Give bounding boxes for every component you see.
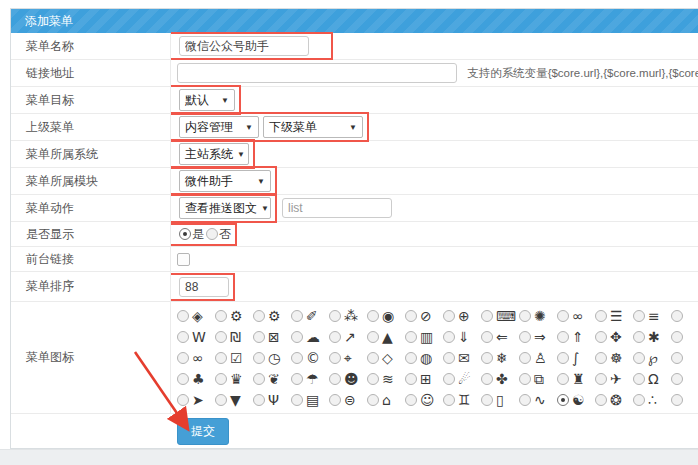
radio-button[interactable]: [443, 310, 455, 322]
icon-option-check-square[interactable]: ☑: [215, 351, 253, 365]
radio-button[interactable]: [595, 352, 607, 364]
menu-action-input[interactable]: [282, 198, 392, 218]
radio-button[interactable]: [405, 352, 417, 364]
icon-option-lightbulb[interactable]: ✺: [519, 309, 557, 323]
parent-menu-select[interactable]: 内容管理 ▼: [179, 116, 259, 138]
icon-option-bell[interactable]: Ω: [633, 372, 671, 386]
radio-button[interactable]: [557, 331, 569, 343]
radio-button[interactable]: [519, 310, 531, 322]
icon-option-fighter-jet[interactable]: ✈: [595, 372, 633, 386]
icon-option-arrow-circle-down[interactable]: ⇓: [443, 330, 481, 344]
menu-action-select[interactable]: 查看推送图文 ▼: [179, 197, 271, 219]
radio-button[interactable]: [481, 352, 493, 364]
menu-system-select[interactable]: 主站系统 ▼: [179, 143, 249, 165]
radio-button[interactable]: [595, 373, 607, 385]
radio-button[interactable]: [177, 394, 189, 406]
radio-button[interactable]: [329, 373, 341, 385]
icon-option-area-chart[interactable]: ▲: [367, 330, 405, 344]
icon-option-arrow-circle-left[interactable]: ⇐: [481, 330, 519, 344]
radio-button[interactable]: [291, 310, 303, 322]
radio-button[interactable]: [367, 373, 379, 385]
radio-button[interactable]: [291, 352, 303, 364]
radio-button[interactable]: [215, 331, 227, 343]
icon-option-home[interactable]: ⌂: [367, 393, 405, 407]
icon-option-clipped-1[interactable]: [671, 310, 698, 322]
radio-button[interactable]: [215, 373, 227, 385]
radio-button[interactable]: [253, 352, 265, 364]
icon-option-list[interactable]: ☰: [595, 309, 633, 323]
icon-option-paper-plane[interactable]: ➤: [177, 393, 215, 407]
radio-button[interactable]: [177, 310, 189, 322]
icon-option-eye-slash[interactable]: ⊘: [405, 309, 443, 323]
visible-option-否[interactable]: 否: [206, 226, 231, 243]
front-link-checkbox[interactable]: [177, 253, 190, 266]
icon-option-hamburger-circle[interactable]: ⊜: [329, 393, 367, 407]
icon-option-users[interactable]: ♊: [443, 393, 481, 407]
icon-option-shekel[interactable]: ₪: [215, 330, 253, 344]
icon-option-signal[interactable]: ∿: [519, 393, 557, 407]
icon-option-asterisk[interactable]: ✱: [633, 330, 671, 344]
radio-button[interactable]: [405, 373, 417, 385]
icon-option-box-cross[interactable]: ⊠: [253, 330, 291, 344]
radio-button[interactable]: [177, 331, 189, 343]
icon-option-umbrella[interactable]: ☂: [291, 372, 329, 386]
radio-button[interactable]: [519, 373, 531, 385]
icon-option-bar-chart[interactable]: ▥: [405, 330, 443, 344]
icon-option-clipped-4[interactable]: [671, 373, 698, 385]
icon-option-crosshairs[interactable]: ⌖: [329, 351, 367, 365]
menu-name-input[interactable]: [179, 36, 309, 56]
menu-order-input[interactable]: [179, 277, 229, 297]
icon-option-cloud[interactable]: ☁: [291, 330, 329, 344]
radio-button[interactable]: [215, 310, 227, 322]
radio-button[interactable]: [443, 373, 455, 385]
icon-option-clone[interactable]: ⧉: [519, 372, 557, 386]
icon-option-globe[interactable]: ⊕: [443, 309, 481, 323]
menu-target-select[interactable]: 默认 ▼: [179, 89, 235, 111]
icon-option-snowflake[interactable]: ❄: [481, 351, 519, 365]
icon-option-user-circle-o[interactable]: ☺: [405, 393, 443, 407]
radio-button[interactable]: [633, 310, 645, 322]
icon-option-laptop[interactable]: ⌨: [481, 309, 519, 323]
icon-option-microphone[interactable]: Ψ: [253, 393, 291, 407]
radio-button[interactable]: [329, 394, 341, 406]
icon-option-search-p[interactable]: ℘: [633, 351, 671, 365]
radio-button[interactable]: [481, 331, 493, 343]
radio-button[interactable]: [671, 394, 683, 406]
radio-button[interactable]: [179, 228, 191, 240]
icon-option-clipped-3[interactable]: [671, 352, 698, 364]
radio-button[interactable]: [557, 373, 569, 385]
radio-button[interactable]: [291, 331, 303, 343]
icon-option-clipped-5[interactable]: [671, 394, 698, 406]
submit-button[interactable]: 提交: [177, 418, 229, 445]
radio-button[interactable]: [215, 394, 227, 406]
radio-button[interactable]: [671, 310, 683, 322]
icon-option-trophy[interactable]: ♛: [215, 372, 253, 386]
radio-button[interactable]: [206, 228, 218, 240]
radio-button[interactable]: [671, 331, 683, 343]
radio-button[interactable]: [557, 310, 569, 322]
icon-option-splat[interactable]: ✤: [481, 372, 519, 386]
icon-option-codepen[interactable]: ◈: [177, 309, 215, 323]
radio-button[interactable]: [253, 310, 265, 322]
radio-button[interactable]: [405, 394, 417, 406]
radio-button[interactable]: [633, 352, 645, 364]
radio-button[interactable]: [557, 352, 569, 364]
icon-option-c-circle[interactable]: ©: [291, 351, 329, 365]
radio-button[interactable]: [519, 331, 531, 343]
menu-module-select[interactable]: 微件助手 ▼: [179, 170, 271, 192]
radio-button[interactable]: [443, 352, 455, 364]
radio-button[interactable]: [367, 310, 379, 322]
icon-option-arrow-circle-right[interactable]: ⇒: [519, 330, 557, 344]
radio-button[interactable]: [633, 373, 645, 385]
radio-button[interactable]: [595, 310, 607, 322]
icon-option-share-alt[interactable]: ∴: [633, 393, 671, 407]
radio-button[interactable]: [633, 394, 645, 406]
icon-option-gear[interactable]: ⚙: [215, 309, 253, 323]
radio-button[interactable]: [367, 394, 379, 406]
icon-option-line-chart[interactable]: ↗: [329, 330, 367, 344]
radio-button[interactable]: [367, 331, 379, 343]
icon-option-weibo[interactable]: ❂: [595, 393, 633, 407]
sub-menu-select[interactable]: 下级菜单 ▼: [263, 116, 363, 138]
icon-option-chain-links[interactable]: ∞: [177, 351, 215, 365]
icon-option-windows[interactable]: ⊞: [405, 372, 443, 386]
